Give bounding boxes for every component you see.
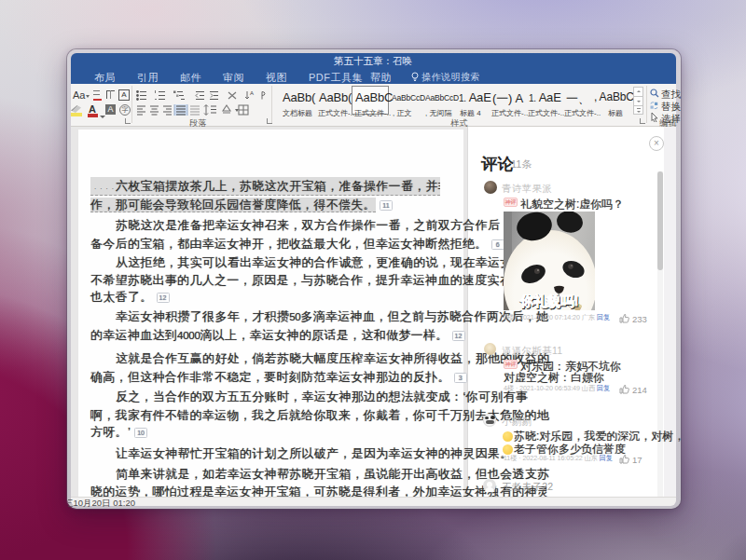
svg-text:你礼貌吗!: 你礼貌吗! <box>519 294 579 308</box>
svg-text:A: A <box>250 90 254 96</box>
